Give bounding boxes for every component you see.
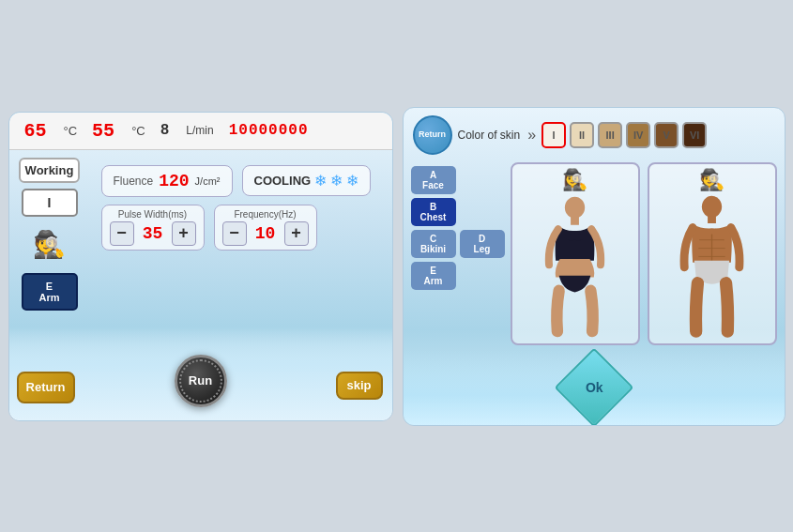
left-content: Working I 🕵️ E Arm Fluence 120 J/cm²: [9, 150, 392, 318]
return-button-right[interactable]: Return: [413, 115, 452, 155]
freq-controls: − 10 +: [222, 221, 309, 246]
zone-buttons: AFaceBChestCBikiniDLegEArm: [411, 166, 505, 345]
person-icon: 🕵️: [23, 222, 77, 267]
body-images: 🕵️‍♀️: [511, 162, 777, 345]
skin-label: Color of skin: [458, 129, 521, 142]
temp1-value: 65: [24, 120, 47, 142]
svg-rect-3: [708, 216, 716, 223]
zone-btn-face[interactable]: AFace: [411, 166, 456, 194]
svg-point-0: [565, 196, 585, 218]
pulse-increment-button[interactable]: +: [172, 221, 196, 246]
freq-value: 10: [252, 224, 279, 243]
male-body-card: 🕵️: [648, 162, 777, 345]
pulse-label: Pulse Width(ms): [118, 209, 187, 220]
top-bar: 65 °C 55 °C 8 L/min 10000000: [9, 113, 392, 150]
svg-point-2: [702, 195, 722, 217]
main-params-area: Fluence 120 J/cm² COOLING ❄ ❄ ❄ Pulse Wi…: [90, 158, 385, 311]
fluence-value: 120: [159, 172, 189, 190]
skin-color-btn-v[interactable]: V: [654, 122, 679, 148]
temp2-value: 55: [92, 120, 114, 142]
body-selection-area: AFaceBChestCBikiniDLegEArm 🕵️‍♀️: [404, 162, 785, 345]
female-body-card: 🕵️‍♀️: [511, 162, 640, 345]
fluence-label: Fluence: [114, 175, 154, 188]
run-inner-ring: Run: [179, 359, 222, 403]
skip-button[interactable]: skip: [336, 372, 383, 400]
skin-color-btn-iv[interactable]: IV: [626, 122, 650, 148]
zone-btn-chest[interactable]: BChest: [411, 198, 456, 226]
fluence-box: Fluence 120 J/cm²: [101, 165, 233, 197]
female-body-svg: [535, 194, 615, 340]
female-icon: 🕵️‍♀️: [562, 168, 587, 192]
freq-stepper: Frequency(Hz) − 10 +: [214, 205, 317, 251]
sidebar: Working I 🕵️ E Arm: [17, 158, 83, 311]
counter-value: 10000000: [229, 122, 309, 139]
svg-rect-1: [571, 216, 579, 224]
freq-label: Frequency(Hz): [234, 209, 296, 220]
mode-i-button[interactable]: I: [22, 189, 78, 217]
fluence-row: Fluence 120 J/cm² COOLING ❄ ❄ ❄: [101, 165, 374, 197]
pulse-value: 35: [140, 224, 166, 243]
pulse-freq-row: Pulse Width(ms) − 35 + Frequency(Hz) − 1…: [101, 205, 374, 251]
freq-increment-button[interactable]: +: [284, 221, 309, 246]
pulse-decrement-button[interactable]: −: [110, 221, 134, 246]
left-panel: 65 °C 55 °C 8 L/min 10000000 Working I 🕵…: [8, 112, 393, 421]
skin-color-btn-i[interactable]: I: [541, 122, 566, 148]
flow-unit: L/min: [186, 124, 213, 137]
return-button-left[interactable]: Return: [17, 372, 75, 403]
fluence-unit: J/cm²: [195, 175, 221, 187]
pulse-controls: − 35 +: [110, 221, 196, 246]
ok-diamond-shape: Ok: [554, 347, 633, 425]
run-button[interactable]: Run: [175, 355, 227, 407]
temp2-unit: °C: [131, 124, 145, 138]
snowflake3-icon: ❄: [346, 172, 358, 190]
return-circle-label: Return: [419, 129, 446, 140]
temp1-unit: °C: [64, 124, 78, 138]
snowflake1-icon: ❄: [314, 172, 327, 190]
freq-decrement-button[interactable]: −: [222, 221, 247, 246]
zone-btn-arm[interactable]: EArm: [411, 262, 456, 290]
zone-btn-bikini[interactable]: CBikini: [411, 230, 456, 258]
arm-button[interactable]: E Arm: [22, 273, 78, 311]
skin-color-bar: Return Color of skin » IIIIIIIVVVI: [404, 108, 785, 162]
pulse-stepper: Pulse Width(ms) − 35 +: [101, 205, 205, 251]
ok-label: Ok: [585, 380, 602, 395]
chevron-right-icon: »: [527, 127, 536, 144]
cooling-box: COOLING ❄ ❄ ❄: [242, 165, 372, 196]
right-panel: Return Color of skin » IIIIIIIVVVI AFace…: [403, 107, 785, 426]
male-body-svg: [672, 194, 752, 340]
skin-color-btn-ii[interactable]: II: [570, 122, 594, 148]
ok-button[interactable]: Ok: [566, 359, 622, 416]
snowflake2-icon: ❄: [330, 172, 343, 190]
skin-color-btn-iii[interactable]: III: [598, 122, 622, 148]
working-label: Working: [19, 158, 80, 183]
flow-value: 8: [160, 122, 170, 139]
cooling-label: COOLING: [254, 174, 312, 188]
male-icon: 🕵️: [699, 168, 724, 192]
zone-btn-leg[interactable]: DLeg: [460, 230, 505, 258]
skin-color-btn-vi[interactable]: VI: [682, 122, 707, 148]
skin-colors-container: IIIIIIIVVVI: [541, 122, 707, 148]
